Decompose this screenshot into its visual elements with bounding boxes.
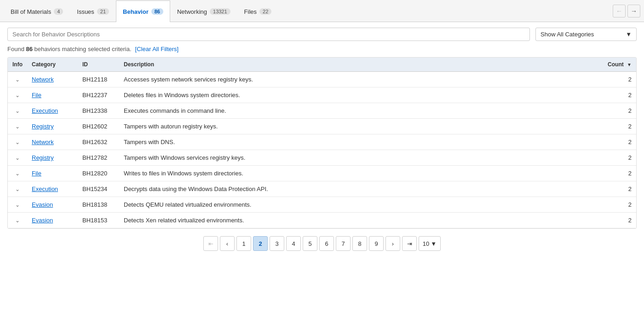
tab-issues[interactable]: Issues21 [70, 0, 116, 22]
page-button-3[interactable]: 3 [270, 236, 284, 251]
expand-chevron-icon[interactable]: ⌄ [15, 108, 20, 114]
category-cell: Evasion [27, 197, 78, 213]
expand-chevron-icon[interactable]: ⌄ [15, 186, 20, 192]
table-row: ⌄ Evasion BH18153 Detects Xen related vi… [8, 213, 636, 228]
category-cell: File [27, 166, 78, 181]
filter-prefix: Found [7, 46, 26, 52]
search-input-wrap[interactable] [7, 28, 530, 41]
expand-chevron-icon[interactable]: ⌄ [15, 92, 20, 99]
description-cell: Tampers with autorun registry keys. [119, 119, 603, 134]
count-cell: 2 [603, 103, 636, 119]
id-cell: BH12782 [78, 150, 119, 166]
count-cell: 2 [603, 134, 636, 150]
col-header-description: Description [119, 58, 603, 72]
page-next-button[interactable]: › [385, 236, 400, 251]
table-row: ⌄ Registry BH12782 Tampers with Windows … [8, 150, 636, 166]
category-cell: Registry [27, 150, 78, 166]
category-cell: Evasion [27, 213, 78, 228]
tab-files[interactable]: Files22 [237, 0, 279, 22]
category-link[interactable]: Evasion [32, 217, 53, 224]
page-last-button[interactable]: ⇥ [402, 236, 417, 251]
expand-chevron-icon[interactable]: ⌄ [15, 76, 20, 83]
description-cell: Executes commands in command line. [119, 103, 603, 119]
page-button-1[interactable]: 1 [236, 236, 251, 251]
expand-chevron-icon[interactable]: ⌄ [15, 123, 20, 130]
count-cell: 2 [603, 181, 636, 197]
page-button-8[interactable]: 8 [352, 236, 367, 251]
expand-cell: ⌄ [8, 181, 27, 197]
tab-label-files: Files [244, 8, 257, 15]
category-cell: File [27, 87, 78, 103]
nav-forward-button[interactable]: → [627, 5, 640, 17]
category-link[interactable]: Execution [32, 186, 58, 192]
search-input[interactable] [12, 31, 525, 38]
page-first-button[interactable]: ⇤ [203, 236, 218, 251]
id-cell: BH12338 [78, 103, 119, 119]
id-cell: BH12820 [78, 166, 119, 181]
page-button-7[interactable]: 7 [336, 236, 351, 251]
category-link[interactable]: Network [32, 76, 54, 83]
category-link[interactable]: Execution [32, 107, 58, 114]
tab-badge-files: 22 [259, 8, 271, 15]
tab-label-behavior: Behavior [123, 8, 149, 15]
category-link[interactable]: File [32, 92, 41, 99]
nav-arrows: ← → [613, 5, 640, 17]
category-cell: Execution [27, 103, 78, 119]
count-cell: 2 [603, 197, 636, 213]
col-header-count[interactable]: Count ▼ [603, 58, 636, 72]
expand-cell: ⌄ [8, 197, 27, 213]
tab-badge-bill-of-materials: 4 [54, 8, 63, 15]
category-cell: Registry [27, 119, 78, 134]
behavior-table: Info Category ID Description Count ▼ ⌄ N… [7, 57, 637, 229]
page-button-5[interactable]: 5 [303, 236, 317, 251]
expand-cell: ⌄ [8, 134, 27, 150]
page-dropdown-icon: ▼ [431, 240, 437, 247]
category-cell: Execution [27, 181, 78, 197]
tab-bill-of-materials[interactable]: Bill of Materials4 [4, 0, 70, 22]
category-link[interactable]: Network [32, 139, 54, 145]
table-row: ⌄ File BH12237 Deletes files in Windows … [8, 87, 636, 103]
category-cell: Network [27, 72, 78, 87]
expand-cell: ⌄ [8, 166, 27, 181]
tab-networking[interactable]: Networking13321 [170, 0, 237, 22]
expand-cell: ⌄ [8, 119, 27, 134]
description-cell: Detects Xen related virtualized environm… [119, 213, 603, 228]
category-link[interactable]: Registry [32, 123, 54, 130]
description-cell: Tampers with Windows services registry k… [119, 150, 603, 166]
expand-chevron-icon[interactable]: ⌄ [15, 155, 20, 161]
page-size-label: 10 [423, 240, 429, 247]
count-cell: 2 [603, 87, 636, 103]
page-prev-button[interactable]: ‹ [220, 236, 235, 251]
expand-chevron-icon[interactable]: ⌄ [15, 217, 20, 224]
expand-chevron-icon[interactable]: ⌄ [15, 202, 20, 208]
pagination: ⇤ ‹ 123456789 › ⇥ 10 ▼ [7, 229, 637, 258]
description-cell: Detects QEMU related virtualized environ… [119, 197, 603, 213]
expand-chevron-icon[interactable]: ⌄ [15, 170, 20, 177]
col-header-id[interactable]: ID [78, 58, 119, 72]
tab-behavior[interactable]: Behavior86 [116, 0, 170, 22]
tab-badge-issues: 21 [97, 8, 109, 15]
expand-cell: ⌄ [8, 103, 27, 119]
description-cell: Accesses system network services registr… [119, 72, 603, 87]
category-link[interactable]: File [32, 170, 41, 177]
page-button-2[interactable]: 2 [253, 236, 268, 251]
category-link[interactable]: Evasion [32, 201, 53, 208]
page-button-6[interactable]: 6 [319, 236, 334, 251]
count-cell: 2 [603, 166, 636, 181]
id-cell: BH12118 [78, 72, 119, 87]
page-size-dropdown[interactable]: 10 ▼ [419, 236, 441, 251]
category-link[interactable]: Registry [32, 154, 54, 161]
col-header-category: Category [27, 58, 78, 72]
table-row: ⌄ Execution BH12338 Executes commands in… [8, 103, 636, 119]
table-row: ⌄ Evasion BH18138 Detects QEMU related v… [8, 197, 636, 213]
expand-cell: ⌄ [8, 72, 27, 87]
tab-label-bill-of-materials: Bill of Materials [11, 8, 51, 15]
page-button-9[interactable]: 9 [369, 236, 384, 251]
nav-back-button[interactable]: ← [613, 5, 626, 17]
chevron-down-icon: ▼ [626, 31, 632, 38]
page-button-4[interactable]: 4 [286, 236, 301, 251]
expand-chevron-icon[interactable]: ⌄ [15, 139, 20, 145]
clear-filters-link[interactable]: [Clear All Filters] [135, 46, 179, 52]
table-row: ⌄ Network BH12118 Accesses system networ… [8, 72, 636, 87]
category-dropdown[interactable]: Show All Categories ▼ [535, 28, 637, 41]
